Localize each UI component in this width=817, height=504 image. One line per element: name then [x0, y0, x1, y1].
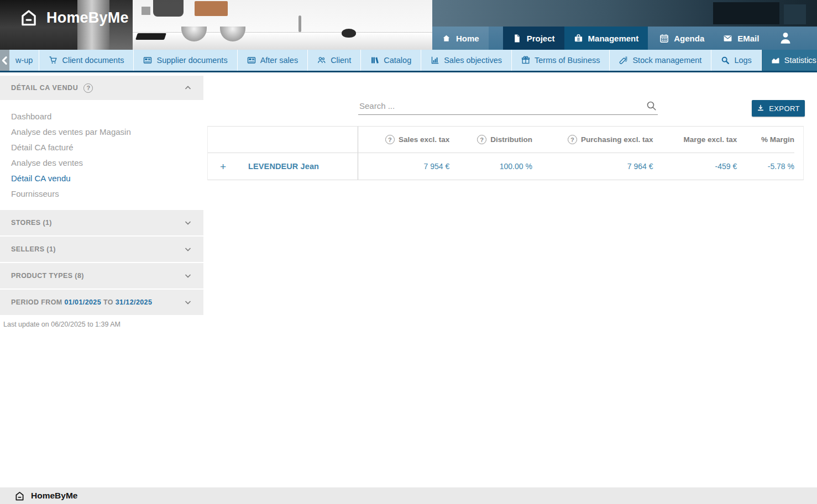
- search-input[interactable]: [358, 97, 658, 115]
- column-label: Marge excl. tax: [683, 135, 737, 144]
- user-menu-button[interactable]: [769, 27, 802, 50]
- filter-label: SELLERS (1): [11, 245, 56, 253]
- search-bar: [358, 97, 658, 115]
- tab-supplier-documents[interactable]: Supplier documents: [133, 50, 237, 71]
- filter-stores[interactable]: STORES (1): [0, 210, 203, 235]
- seller-name[interactable]: LEVENDEUR Jean: [248, 162, 319, 171]
- top-nav-label: Project: [527, 34, 555, 43]
- sidebar-item-analyse-des-ventes[interactable]: Analyse des ventes: [0, 155, 203, 170]
- expand-row-button[interactable]: +: [220, 161, 226, 172]
- column-header-purchasing: ? Purchasing excl. tax: [532, 127, 653, 153]
- last-update-text: Last update on 06/20/2025 to 1:39 AM: [0, 321, 203, 328]
- top-nav-label: Agenda: [674, 34, 704, 43]
- tab-stock-management[interactable]: Stock management: [609, 50, 711, 71]
- photo-faucet: [298, 15, 301, 32]
- tab-label: w-up: [15, 56, 33, 65]
- tab-terms-of-business[interactable]: Terms of Business: [511, 50, 609, 71]
- table-header-row: ? Sales excl. tax ? Distribution ? Purch…: [208, 127, 794, 153]
- download-icon: [757, 104, 764, 112]
- export-button[interactable]: EXPORT: [752, 100, 805, 117]
- column-header-sales: ? Sales excl. tax: [358, 127, 450, 153]
- top-nav-home[interactable]: Home: [432, 27, 489, 50]
- chevron-down-icon: [184, 218, 192, 227]
- sidebar-menu: Dashboard Analyse des ventes par Magasin…: [0, 100, 203, 207]
- tab-statistics[interactable]: Statistics: [761, 50, 817, 71]
- sidebar-item-detail-ca-vendu[interactable]: Détail CA vendu: [0, 170, 203, 186]
- scanner-icon: [619, 56, 628, 65]
- column-header-marge: Marge excl. tax: [653, 127, 737, 153]
- tab-label: Logs: [734, 56, 751, 65]
- tab-logs[interactable]: Logs: [711, 50, 761, 71]
- tab-follow-up[interactable]: w-up: [9, 50, 39, 71]
- filter-label: PRODUCT TYPES (8): [11, 272, 84, 280]
- tab-label: Statistics: [784, 56, 816, 65]
- top-nav-management[interactable]: Management: [564, 27, 648, 50]
- tab-client[interactable]: Client: [307, 50, 360, 71]
- tab-label: Stock management: [632, 56, 701, 65]
- chevron-left-icon: [0, 56, 9, 65]
- filter-period[interactable]: PERIOD FROM 01/01/2025 TO 31/12/2025: [0, 290, 203, 315]
- tab-catalog[interactable]: Catalog: [360, 50, 421, 71]
- period-start-date: 01/01/2025: [64, 298, 101, 306]
- tab-label: Client documents: [62, 56, 124, 65]
- filter-product-types[interactable]: PRODUCT TYPES (8): [0, 263, 203, 288]
- chevron-down-icon: [184, 271, 192, 280]
- top-nav-project[interactable]: Project: [503, 27, 564, 50]
- header: HomeByMe Home Project Management Agenda …: [0, 0, 817, 50]
- column-label: Sales excl. tax: [399, 135, 449, 144]
- photo-utensil-cup: [142, 7, 150, 15]
- tabs-scroll-left-button[interactable]: [0, 50, 9, 71]
- photo-counter: [133, 32, 434, 50]
- photo-teapot: [342, 29, 356, 38]
- tab-after-sales[interactable]: After sales: [237, 50, 308, 71]
- home-icon: [442, 34, 451, 43]
- tab-client-documents[interactable]: Client documents: [39, 50, 133, 71]
- top-nav-label: Management: [588, 34, 639, 43]
- footer-brand-name: HomeByMe: [31, 491, 77, 501]
- tab-label: Terms of Business: [535, 56, 600, 65]
- photo-plates: [135, 33, 166, 40]
- top-nav-agenda[interactable]: Agenda: [650, 27, 714, 50]
- sidebar-filters: STORES (1) SELLERS (1) PRODUCT TYPES (8)…: [0, 210, 203, 315]
- help-icon[interactable]: ?: [568, 135, 577, 144]
- sales-value: 7 954 €: [358, 153, 450, 180]
- gift-icon: [521, 56, 530, 65]
- photo-cutting-board: [195, 1, 228, 16]
- card-icon: [143, 56, 152, 65]
- brand-logo[interactable]: HomeByMe: [18, 7, 129, 28]
- column-label: Purchasing excl. tax: [581, 135, 653, 144]
- tab-label: Catalog: [384, 56, 411, 65]
- help-icon[interactable]: ?: [385, 135, 395, 144]
- sidebar-item-fournisseurs[interactable]: Fournisseurs: [0, 186, 203, 201]
- period-prefix: PERIOD FROM: [11, 298, 62, 306]
- photo-hanging-pans: [153, 0, 184, 17]
- table-row[interactable]: + LEVENDEUR Jean 7 954 € 100.00 % 7 964 …: [208, 153, 794, 180]
- tab-label: Supplier documents: [156, 56, 227, 65]
- help-icon[interactable]: ?: [477, 135, 486, 144]
- search-icon[interactable]: [646, 101, 657, 111]
- period-end-date: 31/12/2025: [116, 298, 153, 306]
- footer: HomeByMe: [0, 487, 817, 504]
- filter-sellers[interactable]: SELLERS (1): [0, 237, 203, 262]
- chevron-down-icon: [184, 245, 192, 254]
- top-navigation: Home Project Management Agenda EMail: [432, 27, 817, 50]
- tab-label: Sales objectives: [444, 56, 502, 65]
- tab-sales-objectives[interactable]: Sales objectives: [421, 50, 511, 71]
- sidebar-item-analyse-ventes-magasin[interactable]: Analyse des ventes par Magasin: [0, 124, 203, 139]
- sidebar-item-dashboard[interactable]: Dashboard: [0, 108, 203, 124]
- sidebar: DÉTAIL CA VENDU ? Dashboard Analyse des …: [0, 72, 203, 328]
- chevron-down-icon: [184, 298, 192, 307]
- sidebar-panel-header[interactable]: DÉTAIL CA VENDU ?: [0, 76, 203, 100]
- column-header-margin-pct: % Margin: [737, 127, 794, 153]
- seller-name-cell: + LEVENDEUR Jean: [208, 153, 358, 180]
- top-nav-email[interactable]: EMail: [714, 27, 768, 50]
- photo-shelf: [713, 2, 779, 24]
- people-icon: [317, 56, 326, 65]
- marge-value: -459 €: [653, 153, 737, 180]
- user-icon: [778, 31, 793, 45]
- help-icon[interactable]: ?: [83, 83, 93, 93]
- homebyme-logo-icon: [18, 7, 39, 28]
- sidebar-item-detail-ca-facture[interactable]: Détail CA facturé: [0, 139, 203, 155]
- tab-label: Client: [331, 56, 351, 65]
- module-tabs: w-up Client documents Supplier documents…: [0, 50, 817, 72]
